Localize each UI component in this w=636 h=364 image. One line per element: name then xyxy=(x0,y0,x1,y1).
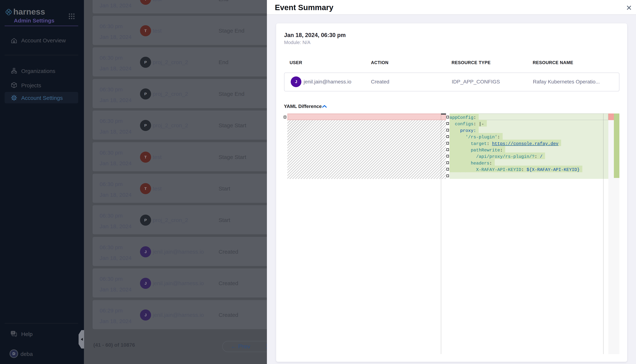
svg-text:?: ? xyxy=(12,332,14,334)
